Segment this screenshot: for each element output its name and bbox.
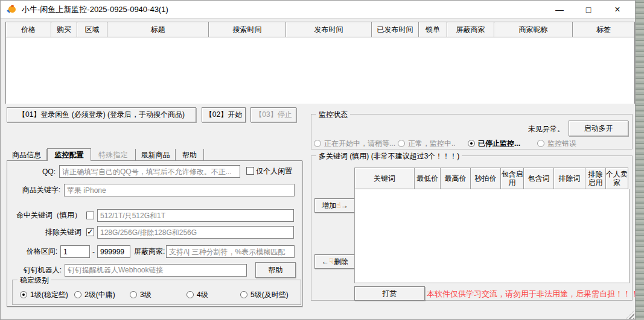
price-range-label: 价格区间:	[7, 246, 57, 257]
delete-keyword-button[interactable]: ←☟删除	[314, 254, 355, 269]
stability-radio-2[interactable]: 2级(中庸)	[74, 290, 115, 300]
tab-help[interactable]: 帮助	[176, 149, 204, 161]
kw-col-snipe-price[interactable]: 秒拍价	[470, 168, 501, 189]
maximize-button[interactable]: □	[579, 5, 598, 14]
title-bar: 小牛-闲鱼上新监控-2025-0925-0940-43(1) — □ ×	[1, 1, 635, 19]
hit-keyword-row: 命中关键词（慎用）	[7, 209, 299, 222]
keyword-input[interactable]	[64, 184, 295, 196]
app-icon	[7, 5, 17, 14]
stop-button[interactable]: 【03】停止	[250, 107, 296, 122]
login-button[interactable]: 【01】登录闲鱼 (必须登录) (登录后，手动搜个商品)	[7, 107, 196, 122]
multi-keyword-table-body[interactable]	[354, 189, 630, 283]
keyword-row: 商品关键字:	[7, 184, 299, 196]
tab-special[interactable]: 特殊指定	[91, 149, 136, 161]
radio-icon	[74, 291, 81, 298]
radio-icon	[537, 140, 544, 147]
disclaimer-text: 本软件仅供学习交流，请勿用于非法用途，后果需自担！！！	[427, 289, 639, 300]
stability-radio-4[interactable]: 4级	[187, 290, 208, 300]
kw-col-max-price[interactable]: 最高价	[440, 168, 471, 189]
multi-keyword-group: 多关键词 (慎用) (非常不建议超过3个！！！) 增加☝→ ←☟删除 关键词 最…	[311, 155, 633, 301]
hit-keyword-checkbox[interactable]	[86, 212, 94, 219]
tab-bar: 商品信息 监控配置 特殊指定 最新商品 帮助	[7, 149, 204, 161]
donate-button[interactable]: 打赏	[354, 286, 425, 301]
results-header-row: 价格 购买 区域 标题 搜索时间 发布时间 已发布时间 锁单 屏蔽商家 商家昵称…	[6, 22, 634, 37]
column-header-search-time[interactable]: 搜索时间	[209, 22, 286, 37]
stability-radio-3[interactable]: 3级	[130, 290, 151, 300]
column-header-title[interactable]: 标题	[107, 22, 209, 37]
price-min-input[interactable]	[60, 245, 90, 258]
status-radio-normal[interactable]: 正常，监控中..	[398, 139, 456, 149]
desktop-background	[636, 0, 644, 320]
column-header-price[interactable]: 价格	[6, 22, 51, 37]
dingtalk-label: 钉钉机器人:	[7, 265, 62, 275]
tab-page-monitor-config: QQ: 仅个人闲置 商品关键字: 命中关键词（慎用） 排除关键词 价格区间: -	[7, 160, 302, 307]
status-group-legend: 监控状态	[316, 110, 350, 120]
stability-group: 稳定级别 1级(稳定些) 2级(中庸) 3级 4级 5级(及时些)	[12, 280, 301, 305]
status-radio-error[interactable]: 监控错误	[537, 139, 576, 149]
hand-up-icon: ☝	[336, 201, 341, 210]
block-seller-label: 屏蔽商家:	[134, 246, 165, 257]
keyword-label: 商品关键字:	[7, 185, 60, 195]
column-header-lock[interactable]: 锁单	[419, 22, 447, 37]
multi-keyword-header-row: 关键词 最低价 最高价 秒拍价 包含启用 包含词 排除词 排除启用 个人卖家	[354, 168, 630, 189]
dingtalk-input[interactable]	[65, 264, 247, 277]
window-title: 小牛-闲鱼上新监控-2025-0925-0940-43(1)	[22, 4, 168, 15]
tab-monitor-config[interactable]: 监控配置	[47, 148, 91, 161]
kw-col-personal[interactable]: 个人卖家	[605, 168, 628, 189]
personal-only-checkbox[interactable]: 仅个人闲置	[246, 166, 292, 177]
kw-col-exclude[interactable]: 排除词	[553, 168, 585, 189]
price-max-input[interactable]	[97, 245, 130, 258]
status-radio-starting[interactable]: 正在开始中，请稍等...	[314, 139, 395, 149]
minimize-button[interactable]: —	[550, 5, 569, 14]
help-button[interactable]: 帮助	[255, 262, 296, 278]
block-seller-input[interactable]	[166, 245, 295, 258]
column-header-block-seller[interactable]: 屏蔽商家	[447, 22, 494, 37]
column-header-published[interactable]: 已发布时间	[372, 22, 419, 37]
column-header-buy[interactable]: 购买	[51, 22, 77, 37]
add-keyword-button[interactable]: 增加☝→	[314, 198, 355, 213]
kw-col-exclude-on[interactable]: 排除启用	[585, 168, 606, 189]
exclude-keyword-input[interactable]	[97, 226, 294, 239]
exclude-keyword-label: 排除关键词	[7, 227, 81, 237]
status-radio-stopped[interactable]: 已停止监控...	[468, 139, 520, 149]
radio-icon	[240, 291, 247, 298]
hit-keyword-input[interactable]	[97, 209, 294, 222]
tab-product-info[interactable]: 商品信息	[7, 149, 47, 161]
column-header-publish-time[interactable]: 发布时间	[286, 22, 372, 37]
column-header-seller-nick[interactable]: 商家昵称	[494, 22, 573, 37]
multi-open-button[interactable]: 启动多开	[569, 121, 628, 136]
column-header-region[interactable]: 区域	[77, 22, 107, 37]
qq-label: QQ:	[7, 168, 56, 176]
resize-grip[interactable]	[626, 310, 634, 319]
kw-col-keyword[interactable]: 关键词	[354, 168, 415, 189]
start-button[interactable]: 【02】开始	[202, 107, 246, 122]
stability-radio-5[interactable]: 5级(及时些)	[240, 290, 289, 300]
kw-col-include-on[interactable]: 包含启用	[500, 168, 524, 189]
results-listview-body[interactable]	[6, 37, 634, 104]
price-dash: -	[92, 248, 95, 256]
column-header-tag[interactable]: 标签	[573, 22, 634, 37]
tab-latest-items[interactable]: 最新商品	[136, 149, 176, 161]
qq-input[interactable]	[59, 165, 240, 178]
radio-icon	[398, 140, 405, 147]
qq-row: QQ: 仅个人闲置	[7, 165, 299, 178]
exclude-keyword-checkbox[interactable]	[86, 228, 94, 236]
left-arrow-icon: ←	[322, 257, 329, 266]
kw-col-min-price[interactable]: 最低价	[414, 168, 441, 189]
exclude-keyword-row: 排除关键词	[7, 226, 299, 239]
status-note: 未见异常。	[528, 124, 564, 134]
right-arrow-icon: →	[341, 201, 348, 210]
radio-icon	[130, 291, 137, 298]
multi-keyword-legend: 多关键词 (慎用) (非常不建议超过3个！！！)	[316, 151, 462, 162]
kw-col-include[interactable]: 包含词	[523, 168, 554, 189]
status-group: 监控状态 未见异常。 启动多开 正在开始中，请稍等... 正常，监控中.. 已停…	[311, 114, 633, 149]
close-button[interactable]: ×	[608, 4, 626, 15]
stability-radio-1[interactable]: 1级(稳定些)	[20, 290, 68, 300]
stability-group-legend: 稳定级别	[18, 275, 51, 286]
multi-keyword-table: 关键词 最低价 最高价 秒拍价 包含启用 包含词 排除词 排除启用 个人卖家	[354, 168, 630, 283]
app-window: 小牛-闲鱼上新监控-2025-0925-0940-43(1) — □ × 价格 …	[0, 0, 636, 320]
hand-down-icon: ☟	[329, 257, 334, 266]
checkbox-icon	[246, 167, 254, 175]
radio-icon	[468, 140, 475, 147]
radio-icon	[314, 140, 321, 147]
